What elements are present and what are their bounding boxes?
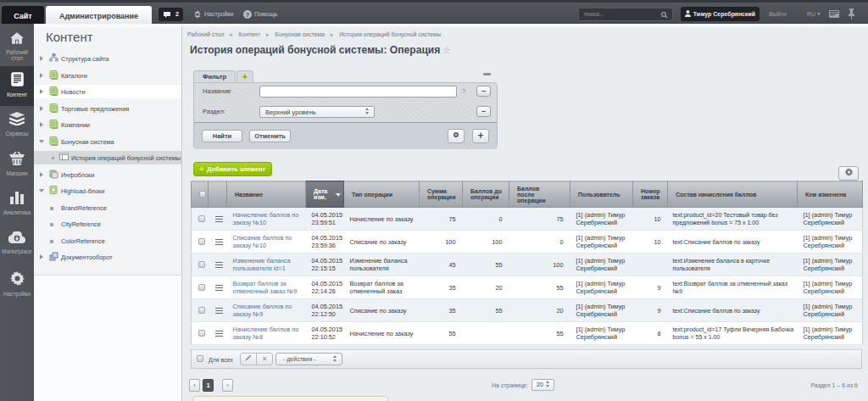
svg-text:?: ? (246, 11, 250, 19)
